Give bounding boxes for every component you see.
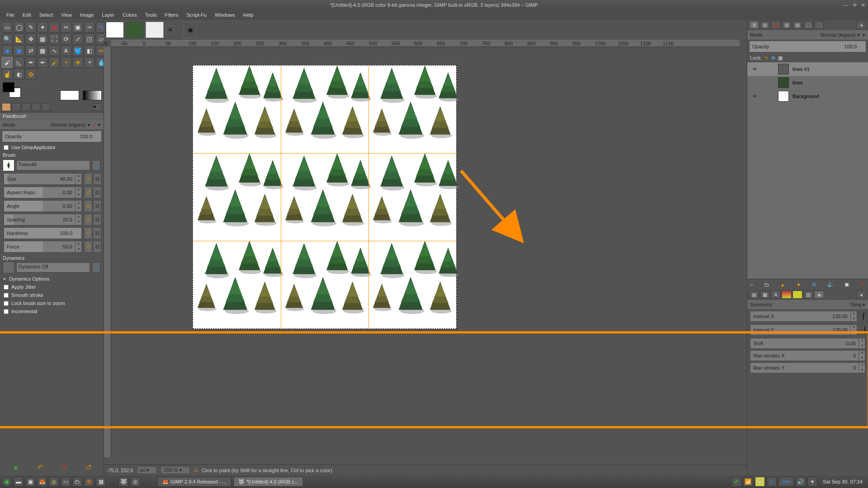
layer-down-icon[interactable]: ▼ [796,282,801,287]
brush-edit-icon[interactable]: ✎ [92,160,100,170]
tool-bucket[interactable]: 🪣 [72,45,83,56]
taskbar-desktop-icon[interactable]: ▬ [14,477,24,487]
tab-selection-icon[interactable]: ▢ [803,21,813,29]
tool-rect-select[interactable]: ▭ [2,22,13,33]
menu-view[interactable]: View [57,11,75,19]
taskbar-task-2[interactable]: 🐺*[Untitled]-4.0 (RGB c... [233,477,303,487]
use-gimpapplicator-checkbox[interactable] [4,145,9,150]
size-link-icon[interactable]: ⛓ [93,173,101,185]
shift-slider[interactable]: Shift0.00▴▾ [750,338,865,349]
layer-anchor-icon[interactable]: ⚓ [827,282,833,287]
spacing-link-icon[interactable]: ⛓ [93,214,101,225]
hardness-link-icon[interactable]: ⛓ [93,227,101,239]
taskbar-gimp2-icon[interactable]: ◎ [130,477,140,487]
grid-config-icon[interactable]: ▦ [184,22,197,38]
force-link-icon[interactable]: ⛓ [93,241,101,253]
tab-symmetry-icon[interactable]: ◈ [814,291,824,299]
tab-images-icon[interactable] [22,103,31,111]
lock-position-icon[interactable]: ✥ [771,55,775,61]
tool-paintbrush[interactable]: 🖌 [2,57,13,68]
apply-jitter-checkbox[interactable] [4,285,9,290]
layer-mode-row[interactable]: Mode Normal (legacy) ▾ ▾ [747,30,868,40]
close-icon[interactable]: ✕ [861,2,865,8]
dynamics-edit-icon[interactable]: ✎ [92,263,100,272]
image-thumb-2[interactable] [126,22,144,38]
dynamics-value-field[interactable]: Dynamics Off [16,263,90,272]
taskbar-app1-icon[interactable]: ✿ [84,477,94,487]
dynamics-thumbnail[interactable] [3,262,14,273]
menu-tools[interactable]: Tools [142,11,160,19]
menu-layer[interactable]: Layer [99,11,118,19]
taskbar-calc-icon[interactable]: ▦ [96,477,106,487]
taskbar-gimp-icon[interactable]: 🐺 [118,477,128,487]
tool-warp[interactable]: ∿ [49,45,60,56]
tool-ink[interactable]: ✒ [37,57,48,68]
opacity-slider[interactable]: Opacity 100.0 ▴▾ [2,131,102,142]
tab-menu-icon[interactable]: ◂ [856,291,866,299]
unit-select[interactable]: px ▾ [137,466,157,474]
tool-ellipse-select[interactable]: ◯ [14,22,24,33]
layer-name[interactable]: lines [793,80,803,85]
taskbar-browser-icon[interactable]: 🦊 [37,477,47,487]
aspect-reset-icon[interactable]: ↺ [84,187,92,198]
image-thumb-3[interactable] [146,22,164,38]
layer-visibility-icon[interactable]: 👁 [750,66,759,72]
tab-presets-icon[interactable]: ▥ [803,291,813,299]
taskbar-files-icon[interactable]: 🗀 [72,477,82,487]
tool-by-color[interactable]: ◉ [49,22,60,33]
angle-slider[interactable]: Angle0.00▴▾ [4,200,82,212]
incremental-checkbox[interactable] [4,309,9,314]
spacing-slider[interactable]: Spacing20.0▴▾ [4,214,82,225]
canvas-viewport[interactable] [111,47,740,457]
aspect-link-icon[interactable]: ⛓ [93,187,101,198]
menu-help[interactable]: Help [240,11,257,19]
minimize-icon[interactable]: — [843,2,848,8]
tray-expand-icon[interactable]: ▾ [807,477,817,487]
brush-preview-small[interactable] [60,90,79,100]
layer-opacity-slider[interactable]: Opacity100.0▴▾ [749,41,866,52]
expand-icon[interactable]: ▸ [4,276,6,282]
mode-direction-icon[interactable]: ↙ [92,122,96,128]
tab-pointer-icon[interactable] [42,103,51,111]
tool-preset-reset-icon[interactable]: ↺ [85,463,91,472]
tray-network-icon[interactable]: 📶 [743,477,753,487]
tab-layers-icon[interactable]: ≣ [749,21,759,29]
tool-seamless[interactable]: ✿ [25,69,36,80]
tab-navigation-icon[interactable]: ⬚ [814,21,824,29]
tab-colormap-icon[interactable]: ▥ [782,21,792,29]
chevron-down-icon[interactable]: ▾ [98,122,101,128]
fg-color-swatch[interactable] [3,82,14,92]
force-slider[interactable]: Force50.0▴▾ [4,241,82,253]
tool-scissors[interactable]: ✂ [61,22,71,33]
tool-measure[interactable]: 📐 [14,33,24,44]
aspect-slider[interactable]: Aspect Ratio0.00▴▾ [4,187,82,198]
image-canvas[interactable] [193,65,457,329]
interval-y-slider[interactable]: Interval Y128.00▴▾ [750,324,857,335]
tool-smudge[interactable]: ☝ [2,69,13,80]
tool-clone[interactable]: ⌖ [61,57,71,68]
menu-windows[interactable]: Windows [211,11,239,19]
hardness-reset-icon[interactable]: ↺ [84,227,92,239]
tray-bluetooth-icon[interactable]: ᛒ [767,477,777,487]
tab-channels-icon[interactable]: ▥ [760,21,770,29]
tool-rotate[interactable]: ⟳ [61,33,71,44]
layer-mask-icon[interactable]: ▣ [844,282,849,287]
layer-group-icon[interactable]: 🗀 [764,282,769,287]
tool-unified[interactable]: ◆ [2,45,13,56]
tool-scale[interactable]: ⤢ [72,33,83,44]
tool-heal[interactable]: ✚ [72,57,83,68]
start-menu-icon[interactable]: ◉ [2,477,12,487]
taskbar-clock[interactable]: Sat Sep 30, 07:24 [819,479,866,484]
menu-file[interactable]: File [3,11,18,19]
layer-name[interactable]: Background [793,94,819,99]
brush-name-field[interactable]: Trees48 [16,160,90,170]
tool-mypaint[interactable]: 🖌 [49,57,60,68]
link-intervals-bottom-icon[interactable]: ⎦ [860,327,868,333]
spacing-reset-icon[interactable]: ↺ [84,214,92,225]
tool-preset-delete-icon[interactable]: ✕ [61,463,67,472]
tool-foreground[interactable]: ▣ [72,22,83,33]
brush-thumbnail[interactable] [3,160,14,171]
tab-fonts-icon[interactable]: A [771,291,781,299]
tool-zoom[interactable]: 🔍 [2,33,13,44]
menu-image[interactable]: Image [76,11,98,19]
